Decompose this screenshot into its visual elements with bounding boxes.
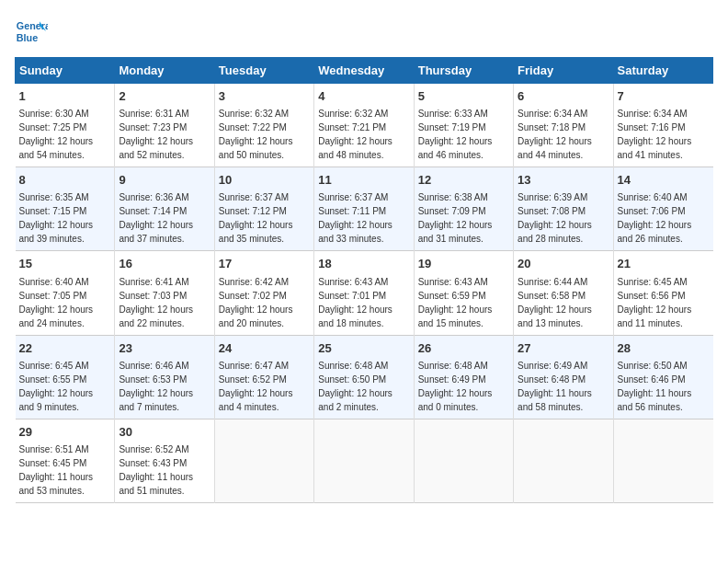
calendar-cell: 29 Sunrise: 6:51 AMSunset: 6:45 PMDaylig… <box>16 419 115 502</box>
calendar-cell: 11 Sunrise: 6:37 AMSunset: 7:11 PMDaylig… <box>314 167 414 251</box>
cell-info: Sunrise: 6:40 AMSunset: 7:06 PMDaylight:… <box>618 192 692 244</box>
calendar-cell: 19 Sunrise: 6:43 AMSunset: 6:59 PMDaylig… <box>414 251 513 335</box>
calendar-table: SundayMondayTuesdayWednesdayThursdayFrid… <box>15 57 713 503</box>
cell-info: Sunrise: 6:42 AMSunset: 7:02 PMDaylight:… <box>219 277 293 328</box>
cell-info: Sunrise: 6:41 AMSunset: 7:03 PMDaylight:… <box>119 277 193 328</box>
calendar-cell: 23 Sunrise: 6:46 AMSunset: 6:53 PMDaylig… <box>115 335 214 419</box>
column-header-wednesday: Wednesday <box>314 58 414 84</box>
cell-info: Sunrise: 6:52 AMSunset: 6:43 PMDaylight:… <box>119 444 193 496</box>
day-number: 22 <box>19 340 111 357</box>
calendar-week-row: 29 Sunrise: 6:51 AMSunset: 6:45 PMDaylig… <box>16 419 713 502</box>
calendar-cell: 1 Sunrise: 6:30 AMSunset: 7:25 PMDayligh… <box>16 84 115 167</box>
cell-info: Sunrise: 6:43 AMSunset: 6:59 PMDaylight:… <box>418 277 493 328</box>
day-number: 2 <box>119 88 210 105</box>
calendar-cell: 30 Sunrise: 6:52 AMSunset: 6:43 PMDaylig… <box>115 419 214 502</box>
day-number: 19 <box>418 256 509 272</box>
day-number: 26 <box>418 340 509 357</box>
day-number: 23 <box>119 340 210 357</box>
cell-info: Sunrise: 6:30 AMSunset: 7:25 PMDaylight:… <box>19 109 94 160</box>
cell-info: Sunrise: 6:50 AMSunset: 6:46 PMDaylight:… <box>618 361 692 412</box>
calendar-cell: 28 Sunrise: 6:50 AMSunset: 6:46 PMDaylig… <box>613 335 712 419</box>
calendar-cell: 14 Sunrise: 6:40 AMSunset: 7:06 PMDaylig… <box>613 167 712 251</box>
calendar-week-row: 8 Sunrise: 6:35 AMSunset: 7:15 PMDayligh… <box>16 167 713 251</box>
day-number: 1 <box>19 88 111 105</box>
calendar-cell: 17 Sunrise: 6:42 AMSunset: 7:02 PMDaylig… <box>214 251 313 335</box>
cell-info: Sunrise: 6:38 AMSunset: 7:09 PMDaylight:… <box>418 192 493 244</box>
calendar-week-row: 22 Sunrise: 6:45 AMSunset: 6:55 PMDaylig… <box>16 335 713 419</box>
day-number: 12 <box>418 172 509 189</box>
day-number: 3 <box>219 88 310 105</box>
calendar-cell: 8 Sunrise: 6:35 AMSunset: 7:15 PMDayligh… <box>16 167 115 251</box>
calendar-cell: 25 Sunrise: 6:48 AMSunset: 6:50 PMDaylig… <box>314 335 414 419</box>
calendar-cell: 18 Sunrise: 6:43 AMSunset: 7:01 PMDaylig… <box>314 251 414 335</box>
day-number: 4 <box>318 88 409 105</box>
calendar-cell <box>214 419 313 502</box>
day-number: 18 <box>318 256 409 272</box>
cell-info: Sunrise: 6:44 AMSunset: 6:58 PMDaylight:… <box>518 277 592 328</box>
svg-text:Blue: Blue <box>17 32 38 43</box>
cell-info: Sunrise: 6:37 AMSunset: 7:12 PMDaylight:… <box>219 192 293 244</box>
cell-info: Sunrise: 6:35 AMSunset: 7:15 PMDaylight:… <box>19 192 94 244</box>
calendar-cell <box>314 419 414 502</box>
calendar-cell: 13 Sunrise: 6:39 AMSunset: 7:08 PMDaylig… <box>514 167 613 251</box>
day-number: 6 <box>518 88 609 105</box>
calendar-cell: 7 Sunrise: 6:34 AMSunset: 7:16 PMDayligh… <box>613 84 712 167</box>
day-number: 5 <box>418 88 509 105</box>
day-number: 30 <box>119 424 210 441</box>
day-number: 24 <box>219 340 310 357</box>
calendar-cell <box>613 419 712 502</box>
cell-info: Sunrise: 6:34 AMSunset: 7:18 PMDaylight:… <box>518 109 592 160</box>
calendar-cell: 3 Sunrise: 6:32 AMSunset: 7:22 PMDayligh… <box>214 84 313 167</box>
calendar-cell <box>414 419 513 502</box>
svg-text:General: General <box>17 20 48 31</box>
cell-info: Sunrise: 6:40 AMSunset: 7:05 PMDaylight:… <box>19 277 94 328</box>
day-number: 21 <box>618 256 710 272</box>
calendar-cell: 9 Sunrise: 6:36 AMSunset: 7:14 PMDayligh… <box>115 167 214 251</box>
calendar-week-row: 15 Sunrise: 6:40 AMSunset: 7:05 PMDaylig… <box>16 251 713 335</box>
day-number: 7 <box>618 88 710 105</box>
calendar-cell <box>514 419 613 502</box>
column-header-friday: Friday <box>514 58 613 84</box>
day-number: 17 <box>219 256 310 272</box>
calendar-cell: 26 Sunrise: 6:48 AMSunset: 6:49 PMDaylig… <box>414 335 513 419</box>
column-header-thursday: Thursday <box>414 58 513 84</box>
calendar-cell: 22 Sunrise: 6:45 AMSunset: 6:55 PMDaylig… <box>16 335 115 419</box>
logo: General Blue <box>15 15 48 48</box>
cell-info: Sunrise: 6:51 AMSunset: 6:45 PMDaylight:… <box>19 444 94 496</box>
cell-info: Sunrise: 6:45 AMSunset: 6:55 PMDaylight:… <box>19 361 94 412</box>
calendar-cell: 24 Sunrise: 6:47 AMSunset: 6:52 PMDaylig… <box>214 335 313 419</box>
day-number: 27 <box>518 340 609 357</box>
cell-info: Sunrise: 6:31 AMSunset: 7:23 PMDaylight:… <box>119 109 193 160</box>
day-number: 28 <box>618 340 710 357</box>
cell-info: Sunrise: 6:45 AMSunset: 6:56 PMDaylight:… <box>618 277 692 328</box>
cell-info: Sunrise: 6:32 AMSunset: 7:21 PMDaylight:… <box>318 109 392 160</box>
calendar-week-row: 1 Sunrise: 6:30 AMSunset: 7:25 PMDayligh… <box>16 84 713 167</box>
calendar-cell: 10 Sunrise: 6:37 AMSunset: 7:12 PMDaylig… <box>214 167 313 251</box>
column-header-tuesday: Tuesday <box>214 58 313 84</box>
day-number: 16 <box>119 256 210 272</box>
column-header-monday: Monday <box>115 58 214 84</box>
cell-info: Sunrise: 6:48 AMSunset: 6:50 PMDaylight:… <box>318 361 392 412</box>
day-number: 11 <box>318 172 409 189</box>
column-header-sunday: Sunday <box>16 58 115 84</box>
calendar-cell: 4 Sunrise: 6:32 AMSunset: 7:21 PMDayligh… <box>314 84 414 167</box>
day-number: 10 <box>219 172 310 189</box>
cell-info: Sunrise: 6:48 AMSunset: 6:49 PMDaylight:… <box>418 361 493 412</box>
logo-icon: General Blue <box>15 15 48 48</box>
cell-info: Sunrise: 6:47 AMSunset: 6:52 PMDaylight:… <box>219 361 293 412</box>
day-number: 29 <box>19 424 111 441</box>
cell-info: Sunrise: 6:46 AMSunset: 6:53 PMDaylight:… <box>119 361 193 412</box>
column-header-saturday: Saturday <box>613 58 712 84</box>
day-number: 14 <box>618 172 710 189</box>
calendar-cell: 16 Sunrise: 6:41 AMSunset: 7:03 PMDaylig… <box>115 251 214 335</box>
day-number: 9 <box>119 172 210 189</box>
calendar-header-row: SundayMondayTuesdayWednesdayThursdayFrid… <box>16 58 713 84</box>
calendar-cell: 15 Sunrise: 6:40 AMSunset: 7:05 PMDaylig… <box>16 251 115 335</box>
cell-info: Sunrise: 6:49 AMSunset: 6:48 PMDaylight:… <box>518 361 592 412</box>
cell-info: Sunrise: 6:32 AMSunset: 7:22 PMDaylight:… <box>219 109 293 160</box>
cell-info: Sunrise: 6:37 AMSunset: 7:11 PMDaylight:… <box>318 192 392 244</box>
calendar-cell: 6 Sunrise: 6:34 AMSunset: 7:18 PMDayligh… <box>514 84 613 167</box>
day-number: 8 <box>19 172 111 189</box>
day-number: 13 <box>518 172 609 189</box>
calendar-cell: 20 Sunrise: 6:44 AMSunset: 6:58 PMDaylig… <box>514 251 613 335</box>
